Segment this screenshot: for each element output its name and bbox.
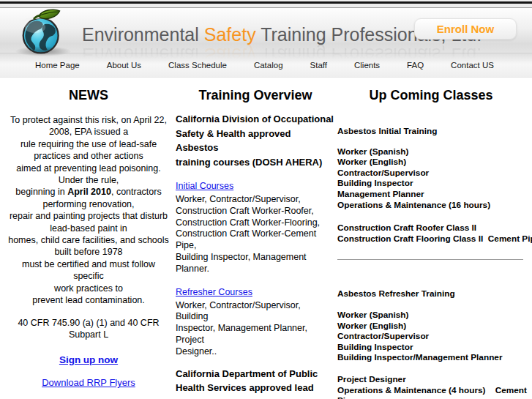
asbestos-refresher-heading: Asbestos Refresher Training [337, 288, 525, 299]
download-rrp-flyers-link[interactable]: Download RRP Flyers [42, 377, 135, 388]
asbestos-initial-craft-list: Construction Craft Roofer Class II Const… [337, 223, 525, 244]
sign-up-link[interactable]: Sign up now [59, 354, 118, 365]
refresher-courses-list: Worker, Contractor/Supervisor, Building … [176, 300, 335, 358]
asbestos-initial-list: Worker (Spanish) Worker (English) Contra… [337, 146, 525, 211]
brand-title-reflection: Environmental Safety Training Profession… [82, 44, 482, 65]
dosh-description: California Division of Occupational Safe… [176, 112, 335, 169]
refresher-courses-link[interactable]: Refresher Courses [176, 287, 252, 297]
site-header: Environmental Safety Training Profession… [0, 8, 532, 53]
brand-accent: Safety [204, 24, 256, 45]
content: NEWS To protect against this risk, on Ap… [0, 78, 532, 399]
initial-courses-link[interactable]: Initial Courses [176, 181, 233, 191]
training-overview-heading: Training Overview [176, 88, 335, 103]
upcoming-classes-heading: Up Coming Classes [337, 88, 525, 103]
news-bold-date: April 2010 [67, 187, 111, 197]
logo-shadow [15, 46, 72, 56]
asbestos-initial-heading: Asbestos Initial Training [337, 126, 525, 137]
company-logo [13, 8, 70, 56]
nav-home-page[interactable]: Home Page [35, 61, 80, 70]
upcoming-divider [337, 259, 523, 260]
asbestos-refresher-list: Worker (Spanish) Worker (English) Contra… [337, 310, 525, 363]
asbestos-refresher-extra-list: Project Designer Operations & Maintenanc… [337, 374, 525, 399]
news-heading: NEWS [6, 88, 171, 103]
training-overview-column: Training Overview California Division of… [176, 78, 335, 399]
news-body: To protect against this risk, on April 2… [6, 114, 171, 307]
cfr-reference: 40 CFR 745.90 (a) (1) and 40 CFR Subpart… [6, 317, 171, 341]
brand-part1: Environmental [82, 24, 199, 45]
cdph-description: California Department of Public Health S… [176, 367, 335, 399]
initial-courses-list: Worker, Contractor/Supervisor, Construct… [176, 194, 335, 275]
enroll-now-button[interactable]: Enroll Now [414, 18, 517, 40]
upcoming-classes-column: Up Coming Classes Asbestos Initial Train… [337, 78, 525, 399]
news-column: NEWS To protect against this risk, on Ap… [6, 78, 171, 399]
